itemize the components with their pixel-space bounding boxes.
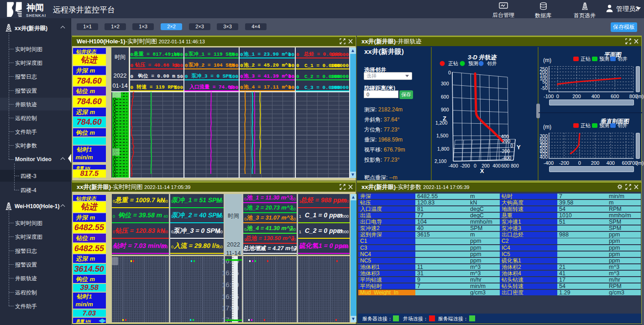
svg-text:0: 0 (448, 70, 451, 75)
svg-text:Z: Z (443, 115, 446, 122)
svg-text:预测: 预测 (599, 123, 609, 128)
svg-text:正钻: 正钻 (581, 56, 591, 62)
svg-text:2,100: 2,100 (435, 158, 446, 164)
svg-text:-400: -400 (448, 163, 458, 168)
svg-text:600: 600 (441, 94, 449, 100)
svg-text:X: X (480, 168, 484, 174)
svg-text:邻井: 邻井 (618, 56, 628, 62)
svg-text:邻井: 邻井 (618, 123, 628, 128)
svg-text:0: 0 (474, 163, 476, 168)
svg-text:800: 800 (511, 163, 519, 168)
svg-text:1,500: 1,500 (436, 133, 448, 138)
svg-text:0: 0 (510, 143, 513, 148)
svg-text:预测: 预测 (599, 56, 609, 62)
svg-text:正钻: 正钻 (581, 123, 591, 128)
svg-text:200: 200 (502, 138, 510, 144)
svg-text:Y: Y (517, 144, 521, 151)
svg-text:600: 600 (501, 163, 509, 168)
svg-text:-400: -400 (502, 155, 511, 161)
svg-text:正钻: 正钻 (448, 61, 458, 66)
svg-text:-200: -200 (460, 163, 470, 168)
svg-text:1,800: 1,800 (437, 146, 449, 152)
svg-text:400: 400 (492, 163, 501, 168)
svg-text:300: 300 (441, 81, 449, 86)
svg-text:邻井: 邻井 (487, 61, 497, 66)
svg-text:预测: 预测 (468, 61, 478, 66)
svg-text:-200: -200 (500, 148, 510, 154)
svg-text:900: 900 (441, 107, 449, 112)
